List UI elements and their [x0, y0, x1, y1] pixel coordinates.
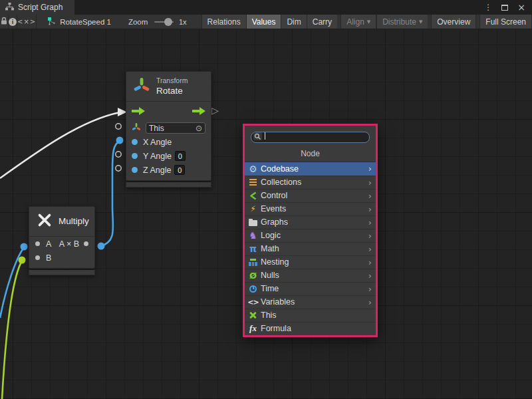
port-row-a: A A × B	[29, 237, 94, 251]
caret-down-icon: ▼	[419, 19, 422, 25]
zoom-slider-handle[interactable]	[164, 18, 172, 26]
node-header[interactable]: Transform Rotate	[126, 72, 211, 102]
object-picker-icon[interactable]: ⊙	[196, 124, 202, 133]
finder-item-this[interactable]: This	[245, 309, 376, 322]
info-icon: i	[9, 18, 17, 26]
list-icon	[247, 177, 259, 188]
node-transform-rotate[interactable]: Transform Rotate This ⊙	[126, 71, 211, 188]
unconnected-port-zangle[interactable]	[116, 166, 121, 171]
port-result[interactable]	[84, 241, 88, 246]
chevron-right-icon: ›	[368, 245, 372, 253]
button-label: Full Screen	[485, 17, 526, 27]
finder-item-variables[interactable]: <> Variables ›	[245, 295, 376, 309]
finder-item-math[interactable]: π Math ›	[245, 242, 376, 255]
flow-wire	[0, 112, 120, 178]
unconnected-port-this[interactable]	[116, 124, 121, 129]
toolbar-button-overview[interactable]: Overview	[431, 15, 476, 29]
finder-item-nulls[interactable]: Ø Nulls ›	[245, 269, 376, 282]
port-label: A	[46, 239, 51, 249]
breadcrumb-label: RotateSpeed 1	[60, 18, 111, 26]
breadcrumb[interactable]: RotateSpeed 1	[47, 15, 111, 29]
tab-label: Script Graph	[18, 3, 63, 12]
stack-icon	[247, 257, 259, 267]
port-label: X Angle	[143, 138, 172, 147]
result-port-label: A × B	[59, 239, 79, 249]
finder-item-codebase[interactable]: ⚙ Codebase ›	[245, 162, 376, 176]
toolbar-button-values[interactable]: Values	[246, 15, 281, 29]
node-footer	[29, 270, 95, 275]
chevron-right-icon: ›	[368, 205, 372, 213]
close-icon[interactable]: ×	[517, 3, 525, 12]
z-angle-value-field[interactable]: 0	[174, 165, 185, 175]
finder-item-events[interactable]: ⚡ Events ›	[245, 202, 376, 215]
transform-icon	[133, 76, 150, 96]
this-field-value: This	[149, 124, 196, 133]
toolbar-button-distribute[interactable]: Distribute ▼	[376, 15, 428, 29]
finder-item-formula[interactable]: fx Formula	[245, 322, 376, 335]
angle-brackets-icon: <>	[247, 297, 259, 307]
toolbar-button-dim[interactable]: Dim	[281, 15, 306, 29]
formula-icon: fx	[247, 323, 259, 334]
port-z-angle[interactable]	[132, 167, 138, 173]
node-title: Rotate	[156, 86, 188, 96]
zoom-slider[interactable]	[154, 21, 174, 23]
y-angle-value-field[interactable]: 0	[175, 151, 186, 161]
port-row-x-angle: X Angle	[126, 135, 211, 149]
finder-item-nesting[interactable]: Nesting ›	[245, 255, 376, 269]
toolbar-button-fullscreen[interactable]: Full Screen	[479, 15, 532, 29]
port-a[interactable]	[35, 241, 40, 246]
text-caret	[265, 132, 265, 140]
code-view-icon: <×>	[17, 18, 36, 25]
window-controls: ⋮ ×	[484, 0, 532, 15]
finder-search	[245, 126, 376, 146]
button-label: Dim	[287, 17, 301, 27]
clock-icon	[247, 283, 259, 294]
info-button[interactable]: i	[9, 15, 17, 29]
input-b-wire	[2, 261, 22, 399]
node-header[interactable]: Multiply	[29, 207, 94, 237]
branch-icon	[247, 190, 259, 201]
button-label: Relations	[207, 17, 241, 27]
finder-item-graphs[interactable]: Graphs ›	[245, 215, 376, 229]
this-object-field[interactable]: This ⊙	[146, 122, 205, 134]
flow-input-arrow-icon[interactable]	[132, 106, 145, 118]
port-b[interactable]	[35, 255, 40, 260]
finder-item-logic[interactable]: ♞ Logic ›	[245, 229, 376, 242]
search-input[interactable]	[251, 132, 370, 143]
maximize-icon[interactable]	[501, 5, 508, 11]
finder-item-collections[interactable]: Collections ›	[245, 176, 376, 189]
node-title: Multiply	[59, 216, 89, 227]
finder-item-time[interactable]: Time ›	[245, 282, 376, 295]
port-row-z-angle: Z Angle 0	[126, 163, 211, 177]
unconnected-port-yangle[interactable]	[116, 152, 121, 157]
folder-icon	[247, 217, 259, 227]
finder-item-control[interactable]: Control ›	[245, 189, 376, 202]
kebab-menu-icon[interactable]: ⋮	[484, 3, 492, 12]
gear-icon: ⚙	[247, 164, 259, 174]
graph-toolbar: i <×> RotateSpeed 1 Zoom 1x Relations Va…	[0, 15, 532, 29]
port-y-angle[interactable]	[132, 153, 138, 159]
toolbar-button-align[interactable]: Align ▼	[340, 15, 376, 29]
zoom-label: Zoom	[128, 18, 148, 26]
lock-button[interactable]	[0, 15, 9, 29]
search-icon	[253, 132, 262, 140]
graph-hierarchy-icon	[5, 3, 14, 13]
caret-down-icon: ▼	[367, 19, 370, 25]
port-x-angle[interactable]	[132, 139, 138, 145]
fuzzy-finder-popup: Node ⚙ Codebase › Collections › Control …	[243, 124, 378, 337]
graph-canvas[interactable]: ▷ Transform Rotate	[0, 29, 532, 399]
transform-mini-icon	[132, 122, 141, 134]
tab-script-graph[interactable]: Script Graph	[0, 0, 74, 15]
flow-output-arrow-icon[interactable]	[192, 106, 205, 118]
code-view-button[interactable]: <×>	[17, 15, 37, 29]
window-tab-bar: Script Graph ⋮ ×	[0, 0, 532, 15]
flow-output-port-icon[interactable]: ▷	[211, 105, 219, 116]
button-label: Values	[252, 17, 276, 27]
chevron-right-icon: ›	[368, 192, 372, 200]
toolbar-button-carry[interactable]: Carry	[307, 15, 337, 29]
node-multiply[interactable]: Multiply A A × B B	[29, 206, 95, 275]
chevron-right-icon: ›	[368, 231, 372, 240]
toolbar-button-relations[interactable]: Relations	[201, 15, 246, 29]
port-row-y-angle: Y Angle 0	[126, 149, 211, 163]
chevron-right-icon: ›	[368, 218, 372, 227]
